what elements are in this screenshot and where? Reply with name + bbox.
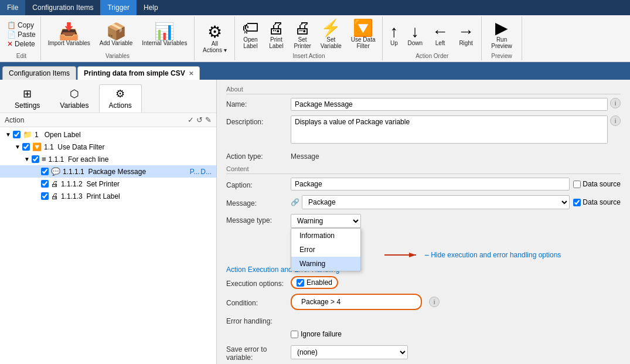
tab-close-button[interactable]: ✕ [189,70,193,77]
right-button[interactable]: → Right [453,21,479,49]
execution-header[interactable]: Action Execution and Error Handling [226,266,621,274]
actions-icon: ⚙ [115,87,125,100]
print-label-button[interactable]: 🖨 PrintLabel [263,18,289,52]
action-type-row: Action type: Message [226,150,621,161]
up-button[interactable]: ↑ Up [385,21,403,49]
run-preview-button[interactable]: ▶ RunPreview [484,18,519,52]
add-variable-button[interactable]: 📦 Add Variable [95,21,138,49]
import-variables-button[interactable]: 📥 Import Variables [43,21,95,49]
menu-config-items[interactable]: Configuration Items [25,0,100,15]
tab-config-items[interactable]: Configuration Items [2,66,76,80]
paste-button[interactable]: 📄 Paste [5,30,38,39]
add-variable-icon: 📦 [106,23,127,40]
dropdown-item-warning[interactable]: Warning [291,257,360,271]
message-prefix-icon: 🔗 [291,198,299,206]
ignore-failure-row: Ignore failure [291,330,621,338]
tree-item-1-1-1-2[interactable]: 🖨 1.1.1.2 Set Printer [0,178,216,190]
message-type-select[interactable]: Warning Information Error [291,214,361,228]
check-1-1-1-1[interactable] [41,168,49,175]
description-info-button[interactable]: i [610,115,621,126]
dropdown-item-information[interactable]: Information [291,229,360,243]
tree-header-icons: ✓ ↺ ✎ [188,115,212,124]
variables-group-label: Variables [43,52,192,59]
down-icon: ↓ [411,23,419,40]
tab-variables[interactable]: ⬡ Variables [50,84,98,113]
use-data-filter-icon: 🔽 [353,20,373,36]
check-1-1-1[interactable] [32,155,39,163]
name-info-button[interactable]: i [610,98,621,108]
enabled-box: Enabled [291,276,338,289]
open-label-button[interactable]: 🏷 OpenLabel [237,18,263,52]
message-label: Message: [226,197,291,207]
menu-help[interactable]: Help [137,0,165,15]
menu-file[interactable]: File [0,0,25,15]
message-datasource-label: Data source [583,198,621,206]
check-1-1[interactable] [22,143,30,151]
condition-input[interactable] [298,296,415,308]
tree-item-1-1-1-3[interactable]: 🖨 1.1.1.3 Print Label [0,190,216,202]
print-label-icon: 🖨 [268,20,284,36]
check-1[interactable] [13,131,21,138]
name-row: Name: i [226,98,621,111]
menu-trigger[interactable]: Trigger [100,0,137,15]
message-type-dropdown: Information Error Warning [291,228,361,271]
description-textarea[interactable]: Displays a value of Package variable [291,115,608,144]
check-all-icon[interactable]: ✓ [188,115,194,124]
enabled-checkbox[interactable] [297,279,304,287]
description-label: Description: [226,115,291,126]
delete-button[interactable]: ✕ Delete [5,39,38,49]
message-datasource-check[interactable] [573,199,581,206]
tree-item-1-1-1[interactable]: ▼ ≡ 1.1.1 For each line [0,153,216,165]
action-type-label: Action type: [226,150,291,161]
hide-execution-link[interactable]: − Hide execution and error handling opti… [424,250,561,260]
execution-section: Action Execution and Error Handling Exec… [226,266,621,362]
import-variables-icon: 📥 [59,23,79,40]
set-printer-button[interactable]: 🖨 SetPrinter [289,18,315,52]
open-label-icon: 🏷 [242,20,258,36]
tree-item-1-1[interactable]: ▼ 🔽 1.1 Use Data Filter [0,141,216,153]
variables-icon: ⬡ [70,87,79,100]
edit-icon[interactable]: ✎ [205,115,212,124]
dropdown-item-error[interactable]: Error [291,243,360,257]
badge-d: D... [200,168,212,176]
tree-item-1[interactable]: ▼ 📁 1 Open Label [0,128,216,141]
toolbar: 📋 Copy 📄 Paste ✕ Delete Edit 📥 Import Va… [0,15,630,62]
all-actions-button[interactable]: ⚙ AllActions ▾ [197,22,232,56]
check-1-1-1-3[interactable] [41,192,49,200]
message-select[interactable]: Package [302,195,570,209]
check-1-1-1-2[interactable] [41,180,49,188]
down-button[interactable]: ↓ Down [403,21,427,49]
minus-icon: − [424,250,429,260]
condition-box [291,294,422,310]
caption-datasource-check[interactable] [573,181,581,188]
save-error-select[interactable]: (none) [291,345,408,359]
enabled-label: Enabled [307,278,332,287]
expand-icon-1-1-1[interactable]: ▼ [23,156,30,162]
arrow-svg [384,249,420,261]
name-input[interactable] [291,98,608,111]
execution-options-label: Execution options: [226,277,291,288]
internal-variables-button[interactable]: 📊 Internal Variables [137,21,192,49]
expand-icon-1-1-1-1 [33,168,40,175]
tab-printing-data[interactable]: Printing data from simple CSV ✕ [77,66,200,80]
for-each-tree-icon: ≡ [42,155,46,164]
tree-item-1-1-1-1[interactable]: 💬 1.1.1.1 Package Message P... D... [0,165,216,178]
set-variable-button[interactable]: ⚡ SetVariable [316,18,346,52]
left-button[interactable]: ← Left [427,21,453,49]
caption-row: Caption: Data source [226,178,621,190]
refresh-icon[interactable]: ↺ [196,115,203,124]
tab-settings[interactable]: ⊞ Settings [5,84,50,113]
condition-label: Condition: [226,297,291,307]
internal-variables-icon: 📊 [154,23,175,40]
expand-icon-1[interactable]: ▼ [5,131,12,138]
set-printer-icon: 🖨 [294,20,311,36]
use-data-filter-button[interactable]: 🔽 Use DataFilter [346,18,380,52]
ignore-failure-check[interactable] [291,331,298,338]
left-panel: ⊞ Settings ⬡ Variables ⚙ Actions Action … [0,80,217,364]
tab-actions[interactable]: ⚙ Actions [99,84,142,113]
expand-icon-1-1[interactable]: ▼ [14,144,21,150]
message-row: Message: 🔗 Package Data source [226,195,621,209]
condition-info-button[interactable]: i [429,297,440,307]
caption-input[interactable] [291,178,570,190]
copy-button[interactable]: 📋 Copy [5,21,38,30]
